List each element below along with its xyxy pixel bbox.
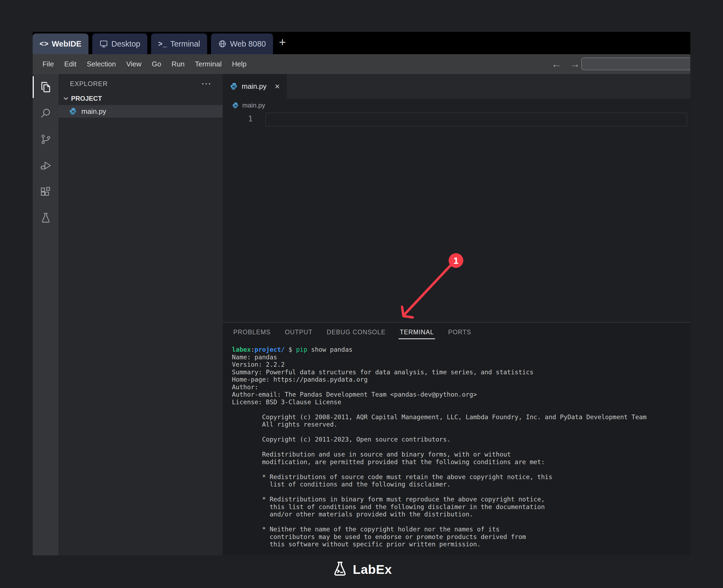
editor-region: main.py × main.py 1 PROBLEMSOUTPUTDEBUG … — [223, 74, 690, 555]
browser-tab-web-8080[interactable]: Web 8080 — [211, 34, 273, 54]
git-branch-icon — [40, 133, 52, 146]
editor-tab-label: main.py — [242, 82, 267, 91]
activity-item-run-debug[interactable] — [33, 152, 59, 178]
python-icon — [69, 107, 77, 115]
activity-item-search[interactable] — [33, 100, 59, 126]
globe-icon — [218, 40, 227, 48]
close-tab-icon[interactable]: × — [275, 82, 280, 91]
terminal-line — [232, 428, 690, 436]
terminal-line: Home-page: https://pandas.pydata.org — [232, 376, 690, 383]
terminal-line: License: BSD 3-Clause License — [232, 399, 690, 406]
search-icon — [40, 107, 52, 120]
debug-icon — [40, 159, 52, 172]
bottom-panel: PROBLEMSOUTPUTDEBUG CONSOLETERMINALPORTS… — [223, 322, 690, 555]
terminal-line: modification, are permitted provided tha… — [232, 458, 690, 466]
nav-back-button[interactable]: ← — [551, 58, 561, 70]
extensions-icon — [40, 185, 52, 198]
terminal-prompt-icon: >_ — [158, 40, 167, 48]
editor-tab-main-py[interactable]: main.py × — [223, 74, 287, 99]
browser-tab-desktop[interactable]: Desktop — [92, 34, 147, 54]
activity-item-source-control[interactable] — [33, 126, 59, 152]
labex-brand: LabEx — [332, 561, 392, 578]
terminal-line — [232, 466, 690, 474]
browser-tab-terminal[interactable]: >_Terminal — [151, 34, 207, 54]
monitor-icon — [99, 40, 108, 48]
terminal-line: Summary: Powerful data structures for da… — [232, 369, 690, 376]
terminal-output[interactable]: labex:project/ $ pip show pandasName: pa… — [223, 342, 690, 548]
history-nav: ← → — [551, 54, 580, 74]
breadcrumb-file: main.py — [242, 102, 265, 109]
line-number: 1 — [223, 112, 255, 126]
workbench: EXPLORER ··· PROJECT main.py main.py × — [33, 74, 690, 555]
menu-help[interactable]: Help — [227, 60, 252, 68]
labex-flask-icon — [332, 561, 348, 578]
editor-tab-strip: main.py × — [223, 74, 690, 99]
panel-tab-terminal[interactable]: TERMINAL — [399, 324, 434, 341]
terminal-line: Author: — [232, 383, 690, 391]
panel-tab-ports[interactable]: PORTS — [448, 324, 472, 341]
files-icon — [40, 81, 52, 93]
file-name: main.py — [81, 107, 106, 116]
terminal-line: contributors may be used to endorse or p… — [232, 533, 690, 541]
terminal-line: labex:project/ $ pip show pandas — [232, 346, 690, 354]
flask-icon — [40, 211, 52, 224]
browser-tab-label: Desktop — [111, 40, 140, 48]
menu-bar: FileEditSelectionViewGoRunTerminalHelp ←… — [33, 54, 690, 74]
terminal-line — [232, 518, 690, 526]
explorer-header: EXPLORER ··· — [59, 74, 223, 92]
explorer-actions-button[interactable]: ··· — [202, 80, 212, 88]
code-icon: <> — [40, 40, 48, 48]
terminal-line: Author-email: The Pandas Development Tea… — [232, 391, 690, 399]
menu-go[interactable]: Go — [147, 60, 167, 68]
activity-item-explorer[interactable] — [33, 74, 59, 100]
panel-tab-bar: PROBLEMSOUTPUTDEBUG CONSOLETERMINALPORTS — [223, 322, 690, 342]
code-editor[interactable]: 1 — [223, 112, 690, 322]
terminal-line: * Redistributions in binary form must re… — [232, 496, 690, 503]
menu-file[interactable]: File — [37, 60, 59, 68]
terminal-line — [232, 488, 690, 496]
terminal-line: * Redistributions of source code must re… — [232, 474, 690, 481]
browser-tab-row: <>WebIDEDesktop>_TerminalWeb 8080 + — [33, 32, 690, 54]
python-icon — [230, 82, 238, 90]
menu-edit[interactable]: Edit — [59, 60, 82, 68]
python-icon — [232, 102, 239, 109]
panel-tab-problems[interactable]: PROBLEMS — [233, 324, 271, 341]
terminal-line: * Neither the name of the copyright hold… — [232, 526, 690, 533]
activity-item-extensions[interactable] — [33, 178, 59, 205]
browser-tab-label: Terminal — [170, 40, 200, 48]
terminal-line — [232, 406, 690, 414]
new-tab-button[interactable]: + — [279, 35, 286, 50]
browser-tab-label: WebIDE — [52, 40, 81, 48]
terminal-line: this list of conditions and the followin… — [232, 503, 690, 511]
browser-tab-label: Web 8080 — [230, 40, 266, 48]
menu-selection[interactable]: Selection — [82, 60, 121, 68]
menu-terminal[interactable]: Terminal — [190, 60, 227, 68]
command-search-input[interactable] — [581, 58, 690, 70]
chevron-down-icon — [62, 95, 69, 102]
file-item-main-py[interactable]: main.py — [59, 105, 223, 118]
browser-tab-bar: <>WebIDEDesktop>_TerminalWeb 8080 — [33, 32, 273, 54]
terminal-line: Copyright (c) 2008-2011, AQR Capital Man… — [232, 414, 690, 421]
panel-tab-debug-console[interactable]: DEBUG CONSOLE — [326, 324, 386, 341]
browser-tab-webide[interactable]: <>WebIDE — [33, 34, 88, 54]
project-section-label: PROJECT — [71, 95, 102, 102]
menu-bar-items: FileEditSelectionViewGoRunTerminalHelp — [37, 60, 252, 68]
terminal-line: Name: pandas — [232, 354, 690, 361]
terminal-line — [232, 443, 690, 451]
terminal-line: Version: 2.2.2 — [232, 361, 690, 369]
menu-run[interactable]: Run — [166, 60, 190, 68]
terminal-line: this software without specific prior wri… — [232, 541, 690, 548]
labex-brand-text: LabEx — [353, 562, 392, 577]
project-section-header[interactable]: PROJECT — [59, 92, 223, 105]
activity-bar — [33, 74, 59, 555]
menu-view[interactable]: View — [121, 60, 147, 68]
explorer-title: EXPLORER — [70, 80, 108, 88]
breadcrumb[interactable]: main.py — [223, 99, 690, 112]
nav-forward-button[interactable]: → — [570, 58, 580, 70]
activity-item-testing[interactable] — [33, 205, 59, 231]
panel-tab-output[interactable]: OUTPUT — [284, 324, 313, 341]
terminal-line: list of conditions and the following dis… — [232, 481, 690, 488]
terminal-line: All rights reserved. — [232, 421, 690, 428]
terminal-line: Redistribution and use in source and bin… — [232, 451, 690, 458]
current-line-highlight — [265, 113, 687, 126]
